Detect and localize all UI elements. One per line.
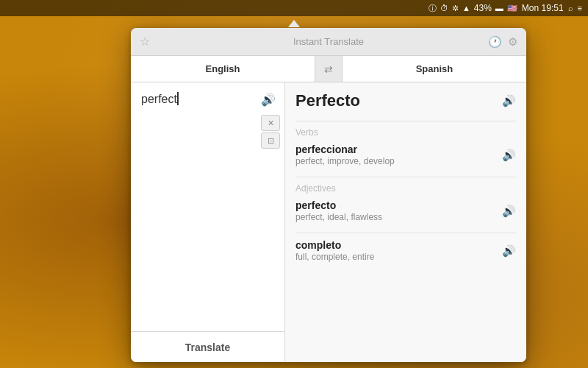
speak-perfeccionar-button[interactable]: 🔊 [502, 149, 516, 162]
input-display[interactable]: perfect [141, 91, 274, 107]
entry-perfeccionar-defs: perfect, improve, develop [295, 156, 395, 166]
content-area: perfect 🔊 ✕ ⊡ Translate Perfecto 🔊 [131, 82, 526, 362]
copy-icon: ⊡ [268, 136, 274, 146]
bluetooth-icon: ✲ [452, 4, 459, 13]
section-verbs: Verbs perfeccionar perfect, improve, dev… [295, 127, 516, 166]
entry-perfeccionar-word: perfeccionar [295, 144, 395, 155]
copy-input-button[interactable]: ⊡ [261, 132, 280, 149]
input-action-buttons: ✕ ⊡ [261, 115, 280, 149]
speak-main-button[interactable]: 🔊 [502, 94, 516, 107]
translate-popup: ☆ Instant Translate 🕐 ⚙ English ⇄ Spanis… [131, 28, 526, 362]
popup-titlebar: ☆ Instant Translate 🕐 ⚙ [131, 28, 526, 56]
search-icon[interactable]: ⌕ [568, 4, 573, 13]
swap-languages-button[interactable]: ⇄ [315, 56, 342, 82]
timer-icon: ⏱ [440, 4, 448, 13]
pin-button[interactable]: ☆ [140, 35, 150, 49]
results-panel: Perfecto 🔊 Verbs perfeccionar perfect, i… [285, 82, 526, 362]
menubar-system-icons: ⓘ ⏱ ✲ ▲ 43% ▬ 🇺🇸 [429, 3, 517, 14]
main-translation-word: Perfecto [295, 91, 360, 110]
clock: Mon 19:51 [522, 3, 564, 13]
divider-adj [295, 177, 516, 177]
input-panel: perfect 🔊 ✕ ⊡ Translate [131, 82, 285, 362]
section-verbs-label: Verbs [295, 127, 516, 138]
wifi-icon: ▲ [462, 4, 470, 13]
tab-spanish[interactable]: Spanish [342, 56, 526, 82]
popup-arrow [288, 20, 300, 27]
main-translation: Perfecto 🔊 [295, 91, 516, 110]
entry-perfecto: perfecto perfect, ideal, flawless 🔊 [295, 199, 516, 222]
speak-input-button[interactable]: 🔊 [261, 93, 276, 107]
entry-completo-row: completo full, complete, entire 🔊 [295, 239, 516, 262]
menu-icon[interactable]: ≡ [578, 4, 582, 13]
menubar: ⓘ ⏱ ✲ ▲ 43% ▬ 🇺🇸 Mon 19:51 ⌕ ≡ [0, 0, 588, 16]
history-button[interactable]: 🕐 [488, 35, 502, 49]
input-value: perfect [141, 93, 177, 105]
clear-icon: ✕ [268, 118, 274, 128]
tab-english-label: English [206, 63, 240, 74]
entry-completo-defs: full, complete, entire [295, 252, 374, 262]
text-cursor [177, 92, 179, 105]
entry-completo-word: completo [295, 239, 374, 251]
clear-input-button[interactable]: ✕ [261, 115, 280, 131]
speak-perfecto-button[interactable]: 🔊 [502, 205, 516, 218]
translate-button-label: Translate [185, 342, 230, 353]
popup-title: Instant Translate [293, 36, 364, 47]
divider-top [295, 121, 516, 121]
battery-percent: 43% [474, 3, 492, 13]
titlebar-actions: 🕐 ⚙ [488, 35, 517, 49]
flag-icon: 🇺🇸 [507, 4, 517, 13]
battery-icon: ▬ [495, 4, 503, 13]
entry-completo-content: completo full, complete, entire [295, 239, 374, 262]
divider-completo [295, 233, 516, 233]
entry-perfeccionar: perfeccionar perfect, improve, develop 🔊 [295, 144, 516, 166]
language-tabs: English ⇄ Spanish [131, 56, 526, 82]
settings-button[interactable]: ⚙ [508, 35, 517, 49]
entry-perfecto-word: perfecto [295, 199, 382, 211]
entry-perfecto-defs: perfect, ideal, flawless [295, 212, 382, 222]
speak-completo-button[interactable]: 🔊 [502, 244, 516, 258]
tab-spanish-label: Spanish [416, 63, 453, 74]
entry-completo: completo full, complete, entire 🔊 [295, 239, 516, 262]
entry-perfeccionar-content: perfeccionar perfect, improve, develop [295, 144, 395, 166]
entry-perfecto-content: perfecto perfect, ideal, flawless [295, 199, 382, 222]
translate-button[interactable]: Translate [131, 331, 284, 362]
swap-icon: ⇄ [324, 63, 333, 75]
section-adjectives-label: Adjectives [295, 183, 516, 194]
info-icon: ⓘ [429, 3, 437, 14]
entry-perfecto-row: perfecto perfect, ideal, flawless 🔊 [295, 199, 516, 222]
tab-english[interactable]: English [131, 56, 315, 82]
